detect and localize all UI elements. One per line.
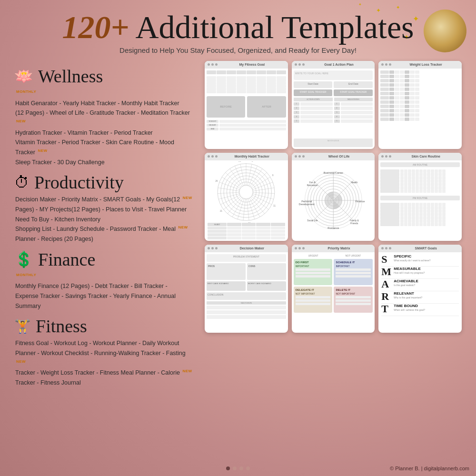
sc-checkbox: [442, 209, 446, 213]
sc-checkbox: [442, 206, 446, 209]
sc-checkbox: [442, 169, 446, 173]
sc-checkbox: [438, 189, 442, 193]
fg-cell: [207, 79, 216, 82]
card7-title: Decision Maker: [219, 247, 285, 250]
smart-item: A ACHIEVABLE Is this goal realistic?: [381, 279, 459, 291]
sc-checkbox: [438, 183, 442, 186]
sc-checkbox: [416, 219, 419, 223]
sc-checkbox: [404, 203, 407, 206]
sc-checkbox: [435, 176, 438, 179]
card9-body: S SPECIFIC What exactly do I want to ach…: [378, 252, 462, 333]
smart-desc: Is this goal realistic?: [394, 284, 418, 287]
sc-checkbox: [423, 183, 426, 186]
card2-title: Goal 1 Action Plan: [306, 63, 372, 66]
wl-cell: [400, 83, 405, 87]
sc-checkbox: [416, 176, 419, 179]
sc-checkbox: [412, 219, 415, 223]
nav-dot-4[interactable]: [246, 466, 250, 470]
sc-checkbox: [419, 179, 423, 183]
productivity-title: Productivity: [34, 172, 124, 193]
sc-row: [380, 209, 460, 213]
sc-checkbox: [419, 169, 423, 173]
smart-desc: Why is this goal important?: [394, 296, 422, 299]
sc-product-label: [380, 189, 399, 193]
sc-checkbox: [416, 203, 419, 206]
sc-checkboxes: [400, 186, 460, 189]
fitness-title: Fitness: [36, 316, 87, 337]
wl-month-label: [380, 92, 389, 95]
main-content: 120+ Additional Templates Designed to He…: [0, 0, 476, 476]
habit-cell: [271, 233, 285, 236]
sc-checkbox: [400, 176, 404, 179]
milestone-row: 5: [334, 119, 373, 123]
sc-checkbox: [400, 219, 404, 223]
sc-checkbox: [419, 203, 423, 206]
ap-gen-btn: START GOAL TRACKER: [334, 89, 373, 96]
sc-checkbox: [423, 169, 426, 173]
finance-badge-monthly: MONTHLY: [16, 272, 36, 278]
sc-product-label: [380, 179, 399, 183]
day-numbers: 1261116212631: [216, 161, 276, 223]
svg-line-13: [251, 177, 270, 189]
card-dot: [302, 63, 305, 66]
sc-checkbox: [438, 176, 442, 179]
body-layout: 🪷 Wellness MONTHLY Habit Genarator - Yea…: [14, 61, 462, 390]
wl-row: [380, 83, 419, 87]
pm-axis-labels: URGENT NOT URGENT: [294, 254, 373, 257]
fg-cell: [237, 85, 246, 88]
wl-cell: [389, 92, 394, 95]
wl-cell: [400, 70, 405, 74]
right-column: My Fitness Goal: [205, 61, 462, 390]
cell: [247, 70, 256, 74]
habit-cell: [227, 230, 241, 233]
sc-row: [380, 186, 460, 189]
habit-col: [256, 223, 270, 226]
fg-cell: [217, 85, 226, 88]
pm-q2-sub: IMPORTANT: [336, 265, 371, 268]
svg-line-14: [252, 182, 273, 189]
sc-checkbox: [427, 186, 430, 189]
habit-cell: [242, 237, 256, 239]
fg-cell: [217, 79, 226, 82]
wellness-icon: 🪷: [14, 67, 33, 85]
card3-header: Weight Loss Tracker: [378, 61, 462, 69]
nav-dot-1[interactable]: [226, 466, 230, 470]
wl-cell: [410, 105, 415, 108]
card8-title: Priority Matrix: [306, 247, 372, 250]
sc-checkbox: [442, 179, 446, 183]
smart-desc: How will I track my progress?: [394, 271, 425, 274]
sc-checkbox: [431, 169, 434, 173]
sc-checkbox: [431, 189, 434, 193]
card-dot: [295, 247, 297, 249]
pm-schedule: SCHEDULE IT IMPORTANT: [334, 259, 373, 285]
milestone-row: 1: [334, 102, 373, 106]
wl-cell: [415, 79, 420, 82]
nav-dot-3[interactable]: [239, 466, 243, 470]
wl-cell: [415, 118, 420, 121]
sc-checkboxes: [400, 219, 460, 223]
sc-checkbox: [412, 203, 415, 206]
pm-quadrants: DO FIRST IMPORTANT SCHEDULE IT IMPORTANT: [294, 259, 373, 313]
sc-checkbox: [404, 189, 407, 193]
before-after: BEFORE AFTER: [207, 96, 286, 118]
wl-cell: [389, 79, 394, 82]
nav-dot-2[interactable]: [233, 466, 237, 470]
wl-cell: [405, 83, 409, 87]
wheel-svg: Business/Career Finance Romance Personal…: [294, 162, 373, 238]
wl-row: [380, 70, 419, 74]
card-dot: [302, 247, 305, 249]
fg-cell: [267, 82, 276, 85]
habit-cell: [227, 237, 241, 239]
wl-month-label: [380, 96, 389, 99]
sc-checkbox: [419, 183, 423, 186]
fg-cell: [247, 82, 256, 85]
wl-cell: [405, 113, 409, 117]
skincare-card: Skin Care Routine AM ROUTINE PM ROUTINE: [378, 153, 462, 241]
wl-month-label: [380, 75, 389, 78]
wl-cell: [415, 70, 420, 74]
sc-checkboxes: [400, 173, 460, 176]
ap-end: End Date: [334, 81, 373, 88]
card-dot: [385, 155, 387, 158]
wl-cell: [410, 75, 415, 78]
sc-product-label: [380, 176, 399, 179]
